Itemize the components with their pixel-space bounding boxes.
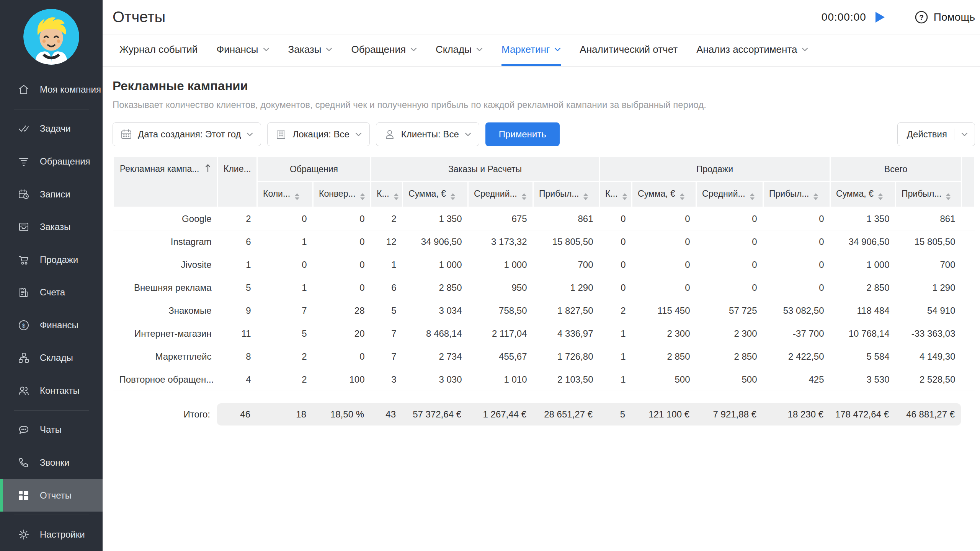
sidebar-item-chats[interactable]: Чаты bbox=[0, 414, 103, 447]
column-header-sales-sum[interactable]: Сумма, € bbox=[632, 182, 696, 207]
apply-button[interactable]: Применить bbox=[485, 122, 560, 146]
filter-date-button[interactable]: Дата создания: Этот год bbox=[113, 122, 261, 146]
campaign-name-cell: Google bbox=[113, 207, 218, 230]
actions-label: Действия bbox=[907, 129, 947, 140]
column-header-orders-sum[interactable]: Сумма, € bbox=[403, 182, 468, 207]
column-header-sales-avg[interactable]: Средний... bbox=[696, 182, 763, 207]
sidebar-item-calls[interactable]: Звонки bbox=[0, 446, 103, 479]
tab-requests[interactable]: Обращения bbox=[351, 34, 417, 66]
column-header-sales-count[interactable]: К... bbox=[599, 182, 632, 207]
tab-analytical-report[interactable]: Аналитический отчет bbox=[580, 34, 678, 66]
table-cell: 10 768,14 bbox=[830, 322, 896, 345]
totals-cell: 18 230 € bbox=[763, 403, 830, 425]
sidebar-item-finances[interactable]: $ Финансы bbox=[0, 309, 103, 342]
totals-cell: 178 472,64 € bbox=[830, 403, 895, 425]
chevron-down-icon bbox=[554, 47, 561, 52]
table-row[interactable]: Маркетплейс 82072 734455,671 726,8012 85… bbox=[113, 345, 975, 368]
table-cell: 28 bbox=[313, 299, 371, 322]
tab-warehouses[interactable]: Склады bbox=[436, 34, 483, 66]
sidebar-item-label: Настройки bbox=[40, 529, 85, 540]
sort-icon bbox=[394, 193, 399, 200]
column-header-total-sum[interactable]: Сумма, € bbox=[830, 182, 896, 207]
filter-location-button[interactable]: Локация: Все bbox=[267, 122, 369, 146]
campaign-name-cell: Jivosite bbox=[113, 253, 218, 276]
filter-bar: Дата создания: Этот год Локация: Все Кли… bbox=[113, 122, 975, 146]
table-cell: 1 bbox=[257, 276, 313, 299]
table-cell: 15 805,50 bbox=[896, 230, 962, 253]
column-header-clients[interactable]: Клие... bbox=[218, 157, 257, 207]
help-button[interactable]: ? Помощь bbox=[915, 10, 975, 24]
sidebar-item-my-company[interactable]: Моя компания bbox=[0, 73, 103, 106]
topbar-right: 00:00:00 ? Помощь bbox=[822, 10, 975, 24]
table-cell: 34 906,50 bbox=[403, 230, 468, 253]
sort-icon bbox=[522, 193, 526, 200]
sidebar-item-label: Счета bbox=[40, 287, 65, 298]
table-cell: 0 bbox=[763, 276, 830, 299]
column-header-count[interactable]: Коли... bbox=[257, 182, 313, 207]
tasks-check-icon bbox=[18, 122, 30, 135]
gear-icon bbox=[18, 528, 30, 541]
column-header-orders-count[interactable]: К... bbox=[371, 182, 403, 207]
timer-play-button[interactable] bbox=[875, 12, 885, 23]
actions-button[interactable]: Действия bbox=[897, 122, 975, 146]
table-cell: 5 bbox=[257, 322, 313, 345]
sidebar-item-invoices[interactable]: Счета bbox=[0, 276, 103, 309]
header-spacer bbox=[962, 157, 975, 207]
campaign-name-cell: Повторное обращен... bbox=[113, 368, 218, 391]
sidebar-item-contacts[interactable]: Контакты bbox=[0, 374, 103, 407]
tab-orders[interactable]: Заказы bbox=[288, 34, 333, 66]
table-cell: 1 bbox=[218, 253, 257, 276]
column-header-conversion[interactable]: Конвер... bbox=[313, 182, 371, 207]
sidebar-item-label: Моя компания bbox=[40, 84, 101, 95]
table-row[interactable]: Повторное обращен... 4210033 0301 0102 1… bbox=[113, 368, 975, 391]
tab-marketing[interactable]: Маркетинг bbox=[501, 34, 561, 66]
campaign-name-cell: Интернет-магазин bbox=[113, 322, 218, 345]
table-cell: 57 725 bbox=[696, 299, 763, 322]
table-cell: 115 450 bbox=[632, 299, 696, 322]
sort-icon bbox=[878, 193, 883, 200]
table-cell: 0 bbox=[763, 207, 830, 230]
row-spacer bbox=[962, 322, 975, 345]
tab-assortment-analysis[interactable]: Анализ ассортимента bbox=[696, 34, 808, 66]
table-row[interactable]: Instagram 6101234 906,503 173,3215 805,5… bbox=[113, 230, 975, 253]
table-cell: 20 bbox=[313, 322, 371, 345]
table-cell: 4 bbox=[218, 368, 257, 391]
column-header-campaign[interactable]: Рекламная кампа... bbox=[113, 157, 218, 207]
table-row[interactable]: Знакомые 972853 034758,501 827,502115 45… bbox=[113, 299, 975, 322]
sidebar-item-settings[interactable]: Настройки bbox=[0, 518, 103, 551]
sidebar-item-requests[interactable]: Обращения bbox=[0, 145, 103, 178]
sidebar-item-orders[interactable]: Заказы bbox=[0, 210, 103, 243]
tab-event-log[interactable]: Журнал событий bbox=[119, 34, 198, 66]
sidebar-item-sales[interactable]: Продажи bbox=[0, 243, 103, 276]
sort-icon bbox=[622, 193, 627, 200]
totals-cell: 28 651,27 € bbox=[532, 403, 599, 425]
table-cell: 2 bbox=[599, 299, 632, 322]
sidebar-item-tasks[interactable]: Задачи bbox=[0, 112, 103, 145]
chevron-down-icon bbox=[263, 47, 270, 52]
table-cell: 675 bbox=[468, 207, 533, 230]
avatar[interactable] bbox=[23, 9, 79, 65]
totals-cell: 43 bbox=[370, 403, 402, 425]
table-cell: 0 bbox=[599, 207, 632, 230]
tab-finances[interactable]: Финансы bbox=[216, 34, 269, 66]
column-header-orders-avg[interactable]: Средний... bbox=[468, 182, 533, 207]
sidebar-divider bbox=[14, 410, 89, 411]
column-header-sales-profit[interactable]: Прибыл... bbox=[763, 182, 830, 207]
table-cell: 700 bbox=[533, 253, 599, 276]
table-cell: 1 350 bbox=[403, 207, 468, 230]
filter-clients-button[interactable]: Клиенты: Все bbox=[376, 122, 479, 146]
svg-text:?: ? bbox=[919, 13, 924, 21]
column-header-orders-profit[interactable]: Прибыл... bbox=[533, 182, 599, 207]
report-table: Рекламная кампа... Клие... Обращения Зак… bbox=[113, 156, 975, 391]
table-row[interactable]: Jivosite 10011 0001 00070000001 000700 bbox=[113, 253, 975, 276]
table-row[interactable]: Google 20021 35067586100001 350861 bbox=[113, 207, 975, 230]
column-header-total-profit[interactable]: Прибыл... bbox=[896, 182, 962, 207]
sidebar-item-reports[interactable]: Отчеты bbox=[0, 479, 103, 512]
sidebar-item-warehouses[interactable]: Склады bbox=[0, 342, 103, 375]
table-row[interactable]: Внешняя реклама 51062 8509501 29000002 8… bbox=[113, 276, 975, 299]
row-spacer bbox=[962, 345, 975, 368]
sort-icon bbox=[750, 193, 755, 200]
sidebar-item-records[interactable]: Записи bbox=[0, 178, 103, 211]
table-cell: 0 bbox=[763, 230, 830, 253]
table-row[interactable]: Интернет-магазин 1152078 468,142 117,044… bbox=[113, 322, 975, 345]
